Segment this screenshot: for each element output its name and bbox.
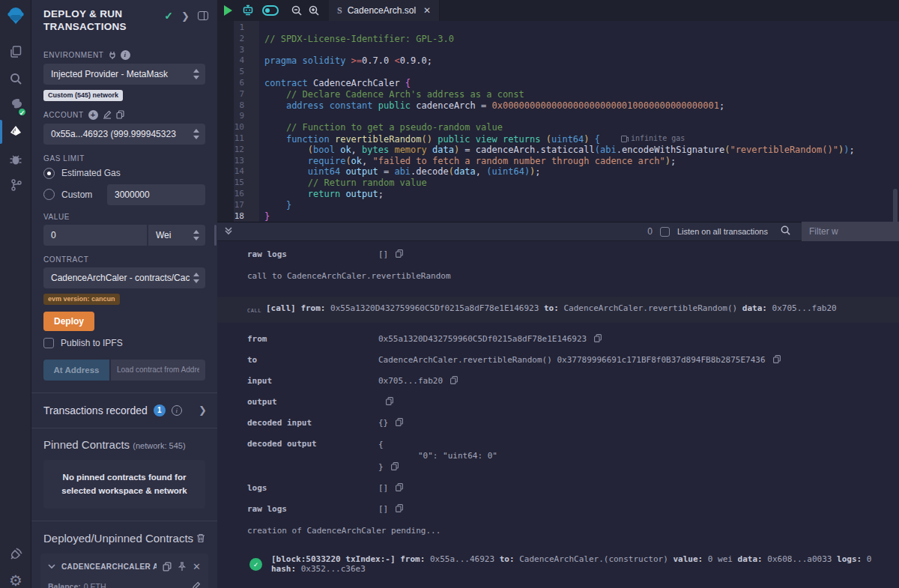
search-icon[interactable] [0,66,31,91]
at-address-input[interactable] [111,360,205,381]
code-line-10[interactable]: 10 // Function to get a pseudo-random va… [217,122,899,133]
file-explorer-icon[interactable] [0,39,31,64]
terminal-filter-input[interactable] [802,222,899,241]
terminal-call-summary[interactable]: CALL[call] from: 0x55a1320D432759960C5Df… [217,297,899,323]
remove-contract-icon[interactable]: ✕ [193,561,201,572]
select-arrows-icon [193,230,199,240]
pin-panel-icon[interactable] [198,11,208,20]
code-line-11[interactable]: 11 function revertibleRandom() public vi… [217,133,899,145]
terminal-text-line: call to CadenceArchCaler.revertibleRando… [217,265,899,288]
pinned-empty-message: No pinned contracts found for selected w… [43,460,205,509]
terminal-output[interactable]: raw logs[]call to CadenceArchCaler.rever… [217,241,899,588]
code-line-8[interactable]: 8 address constant public cadenceArch = … [217,100,899,112]
run-script-icon[interactable] [224,5,232,16]
copy-icon[interactable] [396,504,403,512]
line-number: 10 [217,122,252,133]
tab-cadencearch-sol[interactable]: S CadenceArch.sol ✕ [329,0,440,21]
code-line-13[interactable]: 13 require(ok, "failed to fetch a random… [217,156,899,167]
solidity-compiler-icon[interactable]: ✓ [0,93,31,118]
code-line-12[interactable]: 12 (bool ok, bytes memory data) = cadenc… [217,145,899,156]
copy-icon[interactable] [396,418,403,426]
code-line-1[interactable]: 1 [217,22,899,34]
deploy-button[interactable]: Deploy [43,312,94,331]
listen-count: 0 [647,226,653,237]
expand-chevron-icon[interactable]: ❯ [181,10,190,22]
zoom-out-icon[interactable] [291,4,303,16]
code-line-6[interactable]: 6contract CadenceArchCaler { [217,78,899,89]
copy-icon[interactable] [396,249,403,258]
code-line-4[interactable]: 4pragma solidity >=0.7.0 <0.9.0; [217,55,899,67]
close-tab-icon[interactable]: ✕ [423,5,431,16]
pin-contract-icon[interactable] [178,562,187,572]
deploy-run-icon[interactable] [0,120,31,145]
balance-value: 0 ETH [84,582,106,588]
transactions-expand-chevron[interactable]: ❯ [199,404,207,416]
settings-gear-icon[interactable]: ⚙ [0,568,31,588]
line-number: 13 [217,156,252,167]
main-area: S CadenceArch.sol ✕ 12// SPDX-License-Id… [217,0,899,588]
balance-label: Balance: [48,582,81,588]
sign-message-icon[interactable] [103,110,112,119]
custom-gas-radio[interactable] [43,189,55,200]
zoom-in-icon[interactable] [308,4,320,16]
code-line-15[interactable]: 15 // Return random value [217,178,899,189]
line-number: 12 [217,145,252,156]
copy-icon[interactable] [594,334,602,342]
vertical-icon-bar: ✓ ⚙ [0,0,31,588]
debugger-icon[interactable] [0,147,31,172]
copy-account-icon[interactable] [116,110,124,119]
code-line-2[interactable]: 2// SPDX-License-Identifier: GPL-3.0 [217,34,899,45]
git-branch-icon[interactable] [0,172,31,198]
code-line-5[interactable]: 5 [217,67,899,78]
line-number: 16 [217,189,252,200]
panel-title: DEPLOY & RUN TRANSACTIONS [43,8,156,34]
ai-copilot-toggle[interactable] [262,5,279,16]
terminal-search-icon[interactable] [780,225,791,239]
collapse-terminal-icon[interactable] [224,225,233,238]
code-line-18[interactable]: 18} [217,211,899,222]
copy-address-icon[interactable] [163,562,172,572]
editor-scrollbar[interactable] [893,189,898,222]
value-unit-select[interactable]: Wei [148,225,205,246]
publish-ipfs-option[interactable]: Publish to IPFS [43,338,205,348]
transactions-recorded-row[interactable]: Transactions recorded 1 i ❯ [31,393,217,428]
copy-icon[interactable] [396,483,403,491]
listen-all-checkbox[interactable] [660,227,670,237]
edit-balance-icon[interactable] [191,581,201,588]
copy-icon[interactable] [773,355,781,363]
remix-ai-icon[interactable] [241,4,255,17]
at-address-button[interactable]: At Address [43,360,109,381]
fork-environment-icon[interactable] [109,51,116,59]
code-line-17[interactable]: 17 } [217,200,899,211]
code-line-3[interactable]: 3 [217,45,899,56]
custom-gas-input[interactable] [107,184,205,205]
code-line-9[interactable]: 9 [217,111,899,122]
estimated-gas-option[interactable]: Estimated Gas [43,168,205,179]
call-tag: CALL [247,303,266,316]
deployed-contracts-title: Deployed/Unpinned Contracts [43,532,196,545]
code-line-7[interactable]: 7 // Declare Cadence Arch's address as a… [217,89,899,100]
terminal-tx-status-row[interactable]: ✓[block:5033220 txIndex:-] from: 0x55a..… [217,554,899,574]
collapse-chevron-icon[interactable] [48,564,55,569]
code-line-14[interactable]: 14 uint64 output = abi.decode(data, (uin… [217,166,899,178]
copy-icon[interactable] [450,376,458,384]
environment-info-icon[interactable]: i [121,50,130,60]
add-account-icon[interactable]: + [88,110,98,120]
copy-icon[interactable] [386,397,393,405]
copy-icon[interactable] [391,462,399,470]
account-select[interactable]: 0x55a...46923 (999.999945323 [43,124,205,145]
environment-select[interactable]: Injected Provider - MetaMask [43,64,205,85]
deploy-run-panel: DEPLOY & RUN TRANSACTIONS ✓ ❯ ENVIRONMEN… [31,0,217,588]
clear-deployed-trash-icon[interactable] [196,533,205,543]
publish-ipfs-checkbox[interactable] [43,338,54,348]
transactions-info-icon[interactable]: i [172,405,182,416]
sidepanel-scrollbar[interactable] [214,225,217,246]
contract-select[interactable]: CadenceArchCaler - contracts/Cac [43,267,205,288]
network-badge: Custom (545) network [43,90,123,101]
value-input[interactable] [43,225,147,246]
remix-logo[interactable] [0,3,31,28]
estimated-gas-radio[interactable] [43,168,55,179]
code-line-16[interactable]: 16 return output; [217,189,899,200]
plugin-manager-icon[interactable] [0,541,31,566]
code-editor[interactable]: 12// SPDX-License-Identifier: GPL-3.034p… [217,21,899,222]
